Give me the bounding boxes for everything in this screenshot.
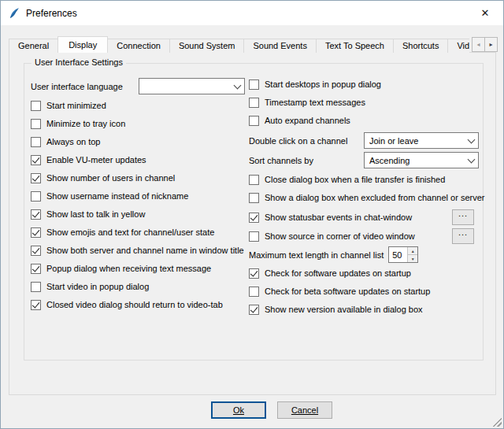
statusbar-events-more-button[interactable]: ... bbox=[452, 209, 474, 225]
video-source-row[interactable]: Show source in corner of video window ..… bbox=[249, 228, 479, 244]
checkbox[interactable] bbox=[31, 282, 41, 292]
checkbox[interactable] bbox=[31, 227, 41, 238]
max-text-length-input[interactable]: 50 bbox=[389, 247, 407, 262]
checkbox-row[interactable]: Show a dialog box when excluded from cha… bbox=[249, 191, 479, 204]
checkbox[interactable] bbox=[249, 213, 259, 223]
ok-button[interactable]: Ok bbox=[211, 401, 266, 419]
checkbox-row[interactable]: Show both server and channel name in win… bbox=[31, 244, 245, 257]
checkbox[interactable] bbox=[31, 191, 41, 202]
user-interface-settings-group: User Interface Settings User interface l… bbox=[24, 63, 484, 361]
checkbox[interactable] bbox=[249, 116, 259, 126]
checkbox-label: Timestamp text messages bbox=[265, 98, 365, 107]
checkbox-row[interactable]: Check for beta software updates on start… bbox=[249, 285, 479, 298]
spin-up-icon: ▲ bbox=[411, 249, 415, 253]
checkbox[interactable] bbox=[31, 155, 41, 165]
tab[interactable]: Connection bbox=[107, 39, 170, 53]
checkbox-row[interactable]: Start video in popup dialog bbox=[31, 280, 245, 293]
close-button[interactable]: ✕ bbox=[467, 1, 503, 25]
checkbox-row[interactable]: Show new version available in dialog box bbox=[249, 303, 479, 316]
checkbox-row[interactable]: Minimize to tray icon bbox=[31, 117, 245, 130]
checkbox-row[interactable]: Always on top bbox=[31, 135, 245, 148]
checkbox-label: Always on top bbox=[46, 137, 100, 146]
close-icon: ✕ bbox=[481, 7, 490, 19]
tab[interactable]: Sound Events bbox=[243, 39, 317, 53]
checkbox[interactable] bbox=[31, 264, 41, 274]
checkbox[interactable] bbox=[31, 246, 41, 256]
checkbox-row[interactable]: Check for software updates on startup bbox=[249, 267, 479, 279]
tab-label: Sound Events bbox=[253, 41, 307, 50]
max-text-length-row: Maximum text length in channel list 50 ▲… bbox=[249, 246, 479, 263]
tab-label: Sound System bbox=[179, 41, 235, 50]
checkbox-row[interactable]: Close dialog box when a file transfer is… bbox=[249, 173, 479, 186]
sort-channels-dropdown[interactable]: Ascending bbox=[364, 152, 479, 168]
scroll-left-icon: ◂ bbox=[476, 41, 480, 48]
spin-up-button[interactable]: ▲ bbox=[407, 247, 417, 254]
checkbox[interactable] bbox=[31, 300, 41, 310]
checkbox-row[interactable]: Enable VU-meter updates bbox=[31, 153, 245, 166]
tab-scroll-right-button[interactable]: ▸ bbox=[484, 37, 498, 52]
checkbox[interactable] bbox=[31, 101, 41, 111]
statusbar-events-row[interactable]: Show statusbar events in chat-window ... bbox=[249, 209, 479, 225]
tab[interactable]: General bbox=[9, 39, 58, 53]
spin-down-button[interactable]: ▼ bbox=[407, 254, 417, 262]
tab[interactable]: Sound System bbox=[169, 39, 245, 53]
checkbox[interactable] bbox=[249, 175, 259, 185]
spin-down-icon: ▼ bbox=[411, 257, 415, 261]
checkbox-label: Auto expand channels bbox=[265, 116, 350, 125]
checkbox[interactable] bbox=[249, 287, 259, 297]
tab-label: Shortcuts bbox=[402, 41, 439, 50]
tab-strip: General Display Connection Sound System … bbox=[9, 36, 469, 53]
checkbox-row[interactable]: Closed video dialog should return to vid… bbox=[31, 298, 245, 311]
window-title: Preferences bbox=[26, 8, 77, 19]
tab[interactable]: Shortcuts bbox=[393, 39, 448, 53]
scroll-right-icon: ▸ bbox=[489, 41, 492, 48]
checkbox-label: Show a dialog box when excluded from cha… bbox=[265, 193, 484, 202]
tab[interactable]: Text To Speech bbox=[316, 39, 394, 53]
tab-label: Display bbox=[69, 40, 97, 50]
tab[interactable]: Video bbox=[447, 39, 469, 53]
display-tab-page: User Interface Settings User interface l… bbox=[9, 52, 496, 395]
checkbox-row[interactable]: Show username instead of nickname bbox=[31, 190, 245, 202]
checkbox-row[interactable]: Timestamp text messages bbox=[249, 96, 479, 109]
language-dropdown[interactable] bbox=[139, 78, 245, 94]
checkbox[interactable] bbox=[249, 305, 259, 315]
checkbox-label: Popup dialog when receiving text message bbox=[46, 264, 211, 273]
dropdown-arrow-icon bbox=[465, 133, 478, 148]
checkbox-row[interactable]: Auto expand channels bbox=[249, 114, 479, 127]
checkbox[interactable] bbox=[249, 98, 259, 108]
checkbox-row[interactable]: Start minimized bbox=[31, 99, 245, 112]
ellipsis-icon: ... bbox=[458, 229, 468, 236]
tab-label: Connection bbox=[117, 41, 161, 50]
checkbox[interactable] bbox=[249, 231, 259, 242]
sort-channels-value: Ascending bbox=[369, 156, 465, 165]
checkbox-row[interactable]: Show emojis and text for channel/user st… bbox=[31, 226, 245, 239]
checkbox[interactable] bbox=[31, 209, 41, 220]
right-checkbox-list-bottom: Check for software updates on startup Ch… bbox=[249, 267, 479, 316]
checkbox[interactable] bbox=[249, 193, 259, 203]
double-click-dropdown[interactable]: Join or leave bbox=[364, 132, 479, 149]
video-source-more-button[interactable]: ... bbox=[452, 228, 474, 244]
checkbox[interactable] bbox=[31, 173, 41, 183]
checkbox-row[interactable]: Show number of users in channel bbox=[31, 172, 245, 184]
cancel-button[interactable]: Cancel bbox=[277, 401, 332, 419]
checkbox-row[interactable]: Show last to talk in yellow bbox=[31, 208, 245, 220]
checkbox-row[interactable]: Popup dialog when receiving text message bbox=[31, 262, 245, 275]
checkbox[interactable] bbox=[249, 268, 259, 279]
tab[interactable]: Display bbox=[57, 36, 108, 53]
tab-bar: General Display Connection Sound System … bbox=[9, 36, 498, 53]
checkbox-label: Show number of users in channel bbox=[46, 173, 175, 183]
left-checkbox-list: Start minimized Minimize to tray icon Al… bbox=[31, 99, 245, 311]
checkbox-label: Check for beta software updates on start… bbox=[265, 287, 430, 296]
double-click-setting-row: Double click on a channel Join or leave bbox=[249, 132, 479, 149]
checkbox-row[interactable]: Start desktops in popup dialog bbox=[249, 78, 479, 91]
checkbox-label: Show source in corner of video window bbox=[265, 231, 415, 241]
tab-label: Video bbox=[457, 41, 469, 50]
titlebar[interactable]: Preferences ✕ bbox=[1, 1, 503, 25]
tab-scroll-left-button[interactable]: ◂ bbox=[472, 37, 485, 52]
checkbox-label: Start desktops in popup dialog bbox=[265, 80, 381, 89]
checkbox[interactable] bbox=[249, 80, 259, 90]
checkbox-label: Minimize to tray icon bbox=[46, 119, 125, 128]
checkbox[interactable] bbox=[31, 137, 41, 147]
dropdown-arrow-icon bbox=[231, 79, 244, 94]
checkbox[interactable] bbox=[31, 119, 41, 129]
